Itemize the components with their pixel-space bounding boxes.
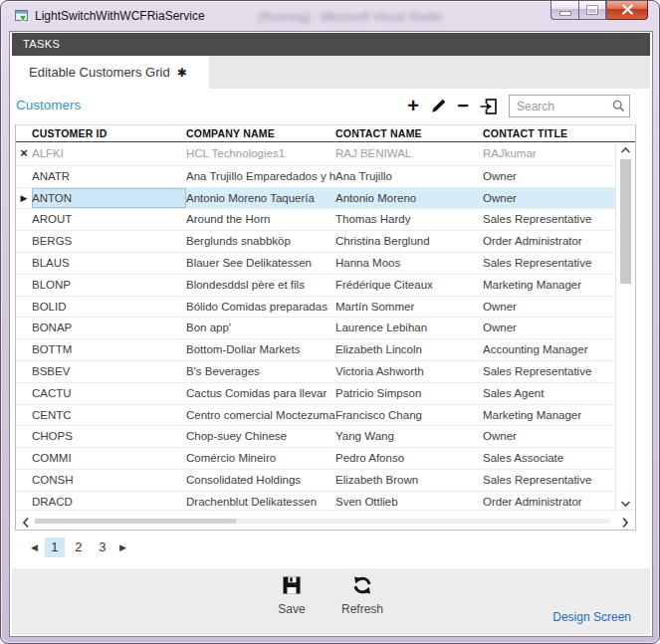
cell-contact-name[interactable]: RAJ BENIWAL — [335, 143, 483, 165]
cell-company-name[interactable]: Consolidated Holdings — [186, 470, 335, 491]
table-row[interactable]: AROUT Around the Horn Thomas Hardy Sales… — [16, 208, 615, 230]
scroll-left-button[interactable] — [22, 515, 30, 533]
table-row[interactable]: BSBEV B's Beverages Victoria Ashworth Sa… — [16, 360, 615, 382]
cell-contact-name[interactable]: Yang Wang — [335, 426, 483, 447]
table-row[interactable]: CACTU Cactus Comidas para llevar Patrici… — [16, 382, 615, 404]
cell-contact-title[interactable]: Marketing Manager — [483, 405, 615, 426]
restore-button[interactable] — [578, 1, 606, 20]
cell-contact-title[interactable]: RAJkumar — [483, 143, 615, 165]
export-button[interactable] — [477, 96, 499, 117]
design-screen-link[interactable]: Design Screen — [552, 610, 631, 624]
cell-contact-title[interactable]: Order Administrator — [483, 492, 615, 510]
cell-company-name[interactable]: Bon app' — [186, 318, 335, 338]
close-button[interactable] — [606, 1, 648, 20]
cell-contact-name[interactable]: Victoria Ashworth — [335, 361, 483, 382]
cell-company-name[interactable]: Cactus Comidas para llevar — [186, 383, 335, 404]
cell-contact-title[interactable]: Owner — [483, 188, 615, 209]
save-button[interactable]: Save — [263, 574, 321, 616]
minimize-button[interactable] — [550, 1, 578, 20]
previous-page-button[interactable]: ◀ — [26, 542, 43, 552]
table-row[interactable]: BONAP Bon app' Laurence Lebihan Owner — [16, 317, 615, 338]
cell-customer-id[interactable]: BOTTM — [32, 339, 186, 360]
cell-customer-id[interactable]: AROUT — [32, 209, 186, 230]
next-page-button[interactable]: ▶ — [114, 542, 131, 552]
cell-contact-name[interactable]: Laurence Lebihan — [335, 318, 483, 338]
cell-contact-name[interactable]: Frédérique Citeaux — [335, 275, 483, 296]
cell-contact-title[interactable]: Owner — [483, 426, 615, 447]
cell-contact-title[interactable]: Owner — [483, 318, 615, 338]
cell-customer-id[interactable]: BLAUS — [32, 253, 186, 274]
cell-company-name[interactable]: Around the Horn — [186, 209, 335, 230]
cell-company-name[interactable]: Blondesddsl père et fils — [186, 275, 335, 296]
cell-customer-id[interactable]: BERGS — [32, 231, 186, 252]
cell-contact-title[interactable]: Sales Representative — [483, 470, 615, 491]
cell-company-name[interactable]: Drachenblut Delikatessen — [186, 492, 335, 510]
cell-company-name[interactable]: Blauer See Delikatessen — [186, 253, 335, 274]
add-row-button[interactable]: + — [402, 96, 424, 117]
cell-customer-id[interactable]: CACTU — [32, 383, 186, 404]
horizontal-scroll-track[interactable] — [35, 519, 610, 524]
cell-customer-id[interactable]: DRACD — [32, 492, 186, 510]
cell-contact-name[interactable]: Francisco Chang — [335, 405, 483, 426]
scroll-right-button[interactable] — [621, 515, 629, 533]
cell-company-name[interactable]: Ana Trujillo Emparedados y he — [186, 166, 335, 187]
table-row[interactable]: CHOPS Chop-suey Chinese Yang Wang Owner — [16, 425, 615, 447]
cell-customer-id[interactable]: BSBEV — [32, 361, 186, 382]
table-row[interactable]: × ALFKI HCL Technologies1 RAJ BENIWAL RA… — [16, 143, 615, 165]
cell-company-name[interactable]: Bottom-Dollar Markets — [186, 339, 335, 360]
tab-editable-customers-grid[interactable]: Editable Customers Grid✱ — [12, 56, 209, 89]
table-row[interactable]: BLONP Blondesddsl père et fils Frédériqu… — [16, 274, 615, 296]
table-row[interactable]: COMMI Comércio Mineiro Pedro Afonso Sale… — [16, 447, 615, 469]
cell-contact-name[interactable]: Hanna Moos — [335, 253, 483, 274]
cell-contact-title[interactable]: Order Administrator — [483, 231, 615, 252]
horizontal-scrollbar[interactable] — [16, 510, 635, 530]
cell-customer-id[interactable]: ALFKI — [32, 143, 186, 165]
cell-company-name[interactable]: Chop-suey Chinese — [186, 426, 335, 447]
vertical-scrollbar[interactable] — [615, 143, 635, 510]
horizontal-scroll-thumb[interactable] — [35, 519, 236, 524]
table-row[interactable]: CONSH Consolidated Holdings Elizabeth Br… — [16, 469, 615, 491]
vertical-scroll-thumb[interactable] — [620, 159, 631, 284]
page-button[interactable]: 2 — [69, 537, 89, 557]
cell-contact-title[interactable]: Sales Representative — [483, 361, 615, 382]
cell-contact-name[interactable]: Elizabeth Brown — [335, 470, 483, 491]
table-row[interactable]: BOTTM Bottom-Dollar Markets Elizabeth Li… — [16, 338, 615, 360]
titlebar[interactable]: LightSwitchWithWCFRiaService (Running) -… — [1, 1, 659, 31]
table-row[interactable]: BERGS Berglunds snabbköp Christina Bergl… — [16, 230, 615, 252]
cell-company-name[interactable]: Berglunds snabbköp — [186, 231, 335, 252]
cell-company-name[interactable]: Bólido Comidas preparadas — [186, 297, 335, 318]
scroll-up-button[interactable] — [616, 146, 635, 154]
delete-row-button[interactable]: − — [452, 96, 474, 117]
scroll-down-button[interactable] — [616, 500, 635, 508]
page-button[interactable]: 3 — [93, 537, 112, 557]
cell-customer-id[interactable]: COMMI — [32, 448, 186, 469]
cell-company-name[interactable]: Centro comercial Moctezuma — [186, 405, 335, 426]
cell-contact-name[interactable]: Martín Sommer — [335, 297, 483, 318]
cell-customer-id[interactable]: BOLID — [32, 297, 186, 318]
edit-row-button[interactable] — [427, 96, 449, 117]
cell-contact-name[interactable]: Sven Ottlieb — [335, 492, 483, 510]
cell-contact-title[interactable]: Marketing Manager — [483, 275, 615, 296]
cell-company-name[interactable]: HCL Technologies1 — [186, 143, 335, 165]
cell-contact-title[interactable]: Owner — [483, 166, 615, 187]
cell-contact-name[interactable]: Elizabeth Lincoln — [335, 339, 483, 360]
cell-customer-id[interactable]: ANTON — [32, 188, 186, 209]
cell-company-name[interactable]: B's Beverages — [186, 361, 335, 382]
cell-customer-id[interactable]: BLONP — [32, 275, 186, 296]
cell-contact-name[interactable]: Thomas Hardy — [335, 209, 483, 230]
cell-customer-id[interactable]: CHOPS — [32, 426, 186, 447]
table-row[interactable]: BOLID Bólido Comidas preparadas Martín S… — [16, 296, 615, 318]
cell-customer-id[interactable]: CONSH — [32, 470, 186, 491]
app-icon[interactable] — [14, 8, 30, 24]
cell-customer-id[interactable]: BONAP — [32, 318, 186, 338]
cell-customer-id[interactable]: CENTC — [32, 405, 186, 426]
cell-contact-title[interactable]: Accounting Manager — [483, 339, 615, 360]
cell-contact-name[interactable]: Ana Trujillo — [335, 166, 483, 187]
cell-contact-name[interactable]: Pedro Afonso — [335, 448, 483, 469]
cell-contact-name[interactable]: Patricio Simpson — [335, 383, 483, 404]
cell-contact-title[interactable]: Owner — [483, 297, 615, 318]
refresh-button[interactable]: Refresh — [333, 574, 391, 616]
table-row[interactable]: ANATR Ana Trujillo Emparedados y he Ana … — [16, 165, 615, 187]
table-row[interactable]: BLAUS Blauer See Delikatessen Hanna Moos… — [16, 252, 615, 274]
table-row[interactable]: CENTC Centro comercial Moctezuma Francis… — [16, 404, 615, 426]
